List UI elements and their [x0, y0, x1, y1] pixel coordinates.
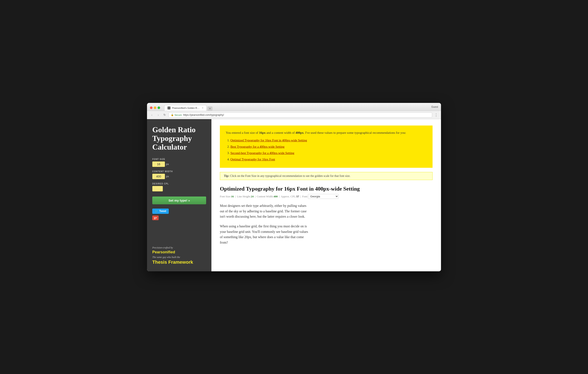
- list-item: Optimal Typography for 16px Font: [231, 157, 427, 162]
- font-size-unit: px: [166, 162, 169, 166]
- main-content: You entered a font size of 16px and a co…: [211, 119, 441, 271]
- content-width-input[interactable]: [152, 174, 165, 179]
- section-title: Optimized Typography for 16px Font in 40…: [220, 185, 432, 192]
- tab-favicon: [168, 107, 170, 109]
- intro-outro: . I've used these values to prepare some…: [304, 131, 406, 134]
- font-size-meta-label: Font Size:: [220, 195, 231, 198]
- thesis-link[interactable]: Thesis Framework: [152, 259, 206, 265]
- content-width-meta-label: Content Width:: [257, 195, 273, 198]
- browser-content: Golden Ratio Typography Calculator FONT …: [147, 119, 441, 271]
- guest-label: Guest: [431, 106, 438, 110]
- intro-text: You entered a font size of 16px and a co…: [226, 130, 427, 135]
- body-paragraph-2: When using a baseline grid, the first th…: [220, 224, 309, 245]
- recommendation-link-3[interactable]: Second-best Typography for a 400px-wide …: [231, 151, 294, 155]
- font-meta-label: Font:: [302, 195, 308, 198]
- gplus-button[interactable]: g+: [152, 215, 159, 220]
- cpl-meta-label: Approx. CPL:: [281, 195, 296, 198]
- browser-tabs: Pearsonified's Golden Ratio Ty × +: [164, 105, 429, 111]
- new-tab-button[interactable]: +: [207, 107, 212, 111]
- separator-2: |: [255, 195, 256, 198]
- crafted-by-text: Precision-crafted by: [152, 246, 206, 249]
- desired-cpl-input[interactable]: [152, 186, 163, 192]
- intro-middle: and a content width of: [265, 131, 295, 134]
- font-select[interactable]: Georgia Arial Helvetica Times New Roman: [308, 194, 339, 199]
- sidebar-footer: Precision-crafted by Pearsonified The sa…: [152, 242, 206, 265]
- body-paragraph-1: Most designers set their type arbitraril…: [220, 203, 309, 219]
- separator-1: |: [235, 195, 236, 198]
- font-size-meta-val[interactable]: 16: [231, 195, 234, 198]
- back-button[interactable]: ‹: [149, 113, 154, 117]
- line-height-meta-label: Line Height:: [237, 195, 251, 198]
- type-meta: Font Size: 16 | Line Height: 24 | Conten…: [220, 194, 432, 199]
- sidebar-title: Golden Ratio Typography Calculator: [152, 126, 206, 152]
- separator-3: |: [279, 195, 280, 198]
- minimize-button[interactable]: [154, 107, 156, 109]
- tip-text: Click on the Font Size in any typographi…: [229, 174, 350, 178]
- address-bar[interactable]: 🔒 Secure https://pearsonified.com/typogr…: [168, 112, 432, 118]
- browser-titlebar: Pearsonified's Golden Ratio Ty × + Guest: [147, 103, 441, 111]
- twitter-icon: 🐦: [155, 210, 158, 213]
- tab-close-icon[interactable]: ×: [202, 107, 203, 109]
- desired-cpl-input-row: [152, 186, 206, 192]
- font-size-input-row: px: [152, 161, 206, 167]
- intro-prefix: You entered a font size of: [226, 131, 259, 134]
- set-type-button[interactable]: Set my type! »: [152, 196, 206, 204]
- pearsonified-link[interactable]: Pearsonified: [152, 250, 206, 254]
- refresh-button[interactable]: ↻: [162, 113, 167, 117]
- close-button[interactable]: [150, 107, 152, 109]
- cpl-meta-val: 57: [296, 195, 299, 198]
- content-width-label: CONTENT WIDTH: [152, 170, 206, 173]
- separator-4: |: [300, 195, 301, 198]
- secure-badge: 🔒 Secure: [171, 113, 182, 116]
- social-buttons: 🐦 Tweet g+: [152, 209, 206, 220]
- lock-icon: 🔒: [171, 113, 174, 116]
- list-item: Optimized Typography for 16px Font in 40…: [231, 138, 427, 143]
- tweet-label: Tweet: [159, 210, 166, 213]
- sidebar: Golden Ratio Typography Calculator FONT …: [147, 119, 211, 271]
- tab-title: Pearsonified's Golden Ratio Ty: [172, 107, 200, 109]
- recommendation-link-1[interactable]: Optimized Typography for 16px Font in 40…: [231, 139, 307, 142]
- font-size-label: FONT SIZE: [152, 158, 206, 160]
- list-item: Best Typography for a 400px-wide Setting: [231, 144, 427, 149]
- url-text: https://pearsonified.com/typography/: [183, 113, 224, 117]
- list-item: Second-best Typography for a 400px-wide …: [231, 150, 427, 156]
- browser-window: Pearsonified's Golden Ratio Ty × + Guest…: [147, 103, 441, 271]
- desired-cpl-label: DESIRED CPL: [152, 182, 206, 185]
- recommendation-link-2[interactable]: Best Typography for a 400px-wide Setting: [231, 145, 284, 148]
- content-width-bold: 400px: [295, 131, 304, 134]
- tip-box: Tip: Click on the Font Size in any typog…: [220, 172, 432, 180]
- content-width-meta-val: 400: [273, 195, 278, 198]
- browser-menu-button[interactable]: ⋮: [434, 113, 439, 117]
- line-height-meta-val: 24: [251, 195, 254, 198]
- recommendation-link-4[interactable]: Optimal Typography for 16px Font: [231, 158, 275, 161]
- body-text: Most designers set their type arbitraril…: [220, 203, 309, 245]
- recommendations-list: Optimized Typography for 16px Font in 40…: [226, 138, 427, 162]
- tweet-button[interactable]: 🐦 Tweet: [152, 209, 169, 214]
- tip-label: Tip:: [224, 174, 229, 178]
- same-guy-text: The same guy who built the: [152, 256, 206, 259]
- content-width-input-row: px: [152, 174, 206, 179]
- active-tab[interactable]: Pearsonified's Golden Ratio Ty ×: [164, 105, 207, 111]
- traffic-lights: [150, 107, 160, 109]
- desired-cpl-group: DESIRED CPL: [152, 182, 206, 192]
- secure-label: Secure: [174, 114, 182, 116]
- yellow-intro-box: You entered a font size of 16px and a co…: [220, 126, 432, 168]
- content-width-group: CONTENT WIDTH px: [152, 170, 206, 179]
- font-size-bold: 16px: [259, 131, 266, 134]
- maximize-button[interactable]: [158, 107, 160, 109]
- forward-button[interactable]: ›: [156, 113, 160, 117]
- font-size-input[interactable]: [152, 161, 165, 167]
- content-width-unit: px: [166, 175, 169, 178]
- font-size-group: FONT SIZE px: [152, 158, 206, 167]
- browser-toolbar: ‹ › ↻ 🔒 Secure https://pearsonified.com/…: [147, 111, 441, 119]
